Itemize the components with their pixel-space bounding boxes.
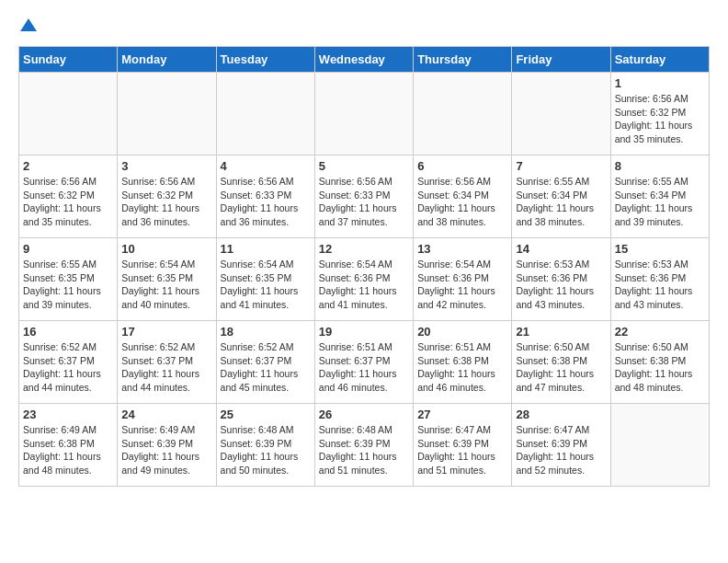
day-info: Sunrise: 6:56 AM Sunset: 6:34 PM Dayligh… — [417, 175, 507, 229]
day-info: Sunrise: 6:51 AM Sunset: 6:38 PM Dayligh… — [417, 340, 507, 395]
day-number: 5 — [319, 159, 409, 173]
calendar-week-row: 16Sunrise: 6:52 AM Sunset: 6:37 PM Dayli… — [19, 321, 710, 404]
day-number: 27 — [417, 408, 507, 421]
calendar-week-row: 2Sunrise: 6:56 AM Sunset: 6:32 PM Daylig… — [19, 155, 710, 238]
day-number: 26 — [319, 408, 409, 421]
day-number: 17 — [121, 325, 211, 339]
day-number: 3 — [121, 159, 211, 173]
calendar-day-cell: 15Sunrise: 6:53 AM Sunset: 6:36 PM Dayli… — [610, 238, 709, 321]
day-number: 20 — [417, 325, 507, 339]
day-number: 2 — [23, 159, 113, 173]
day-info: Sunrise: 6:54 AM Sunset: 6:36 PM Dayligh… — [417, 258, 507, 312]
calendar-day-cell — [216, 73, 314, 155]
day-info: Sunrise: 6:53 AM Sunset: 6:36 PM Dayligh… — [516, 258, 606, 312]
day-info: Sunrise: 6:48 AM Sunset: 6:39 PM Dayligh… — [221, 423, 311, 477]
day-number: 6 — [417, 159, 507, 173]
logo-icon — [20, 17, 37, 33]
calendar-week-row: 23Sunrise: 6:49 AM Sunset: 6:38 PM Dayli… — [19, 404, 710, 487]
calendar-day-cell: 23Sunrise: 6:49 AM Sunset: 6:38 PM Dayli… — [19, 404, 118, 487]
day-info: Sunrise: 6:51 AM Sunset: 6:37 PM Dayligh… — [319, 340, 409, 395]
day-number: 16 — [23, 325, 113, 339]
calendar-day-cell: 27Sunrise: 6:47 AM Sunset: 6:39 PM Dayli… — [414, 404, 512, 487]
calendar-day-cell — [610, 404, 709, 487]
day-info: Sunrise: 6:52 AM Sunset: 6:37 PM Dayligh… — [121, 340, 211, 395]
calendar-day-cell: 26Sunrise: 6:48 AM Sunset: 6:39 PM Dayli… — [314, 404, 413, 487]
day-of-week-header: Tuesday — [216, 47, 314, 73]
calendar-day-cell: 6Sunrise: 6:56 AM Sunset: 6:34 PM Daylig… — [414, 155, 512, 238]
day-of-week-header: Monday — [118, 47, 216, 73]
day-of-week-header: Wednesday — [314, 47, 413, 73]
calendar-day-cell: 22Sunrise: 6:50 AM Sunset: 6:38 PM Dayli… — [610, 321, 709, 404]
day-number: 10 — [121, 242, 211, 256]
calendar-day-cell: 16Sunrise: 6:52 AM Sunset: 6:37 PM Dayli… — [19, 321, 118, 404]
day-info: Sunrise: 6:55 AM Sunset: 6:34 PM Dayligh… — [516, 175, 606, 229]
calendar-day-cell: 18Sunrise: 6:52 AM Sunset: 6:37 PM Dayli… — [216, 321, 314, 404]
day-info: Sunrise: 6:47 AM Sunset: 6:39 PM Dayligh… — [516, 423, 606, 477]
day-of-week-header: Sunday — [19, 47, 118, 73]
day-number: 18 — [221, 325, 311, 339]
calendar-day-cell — [19, 73, 118, 155]
calendar-week-row: 1Sunrise: 6:56 AM Sunset: 6:32 PM Daylig… — [19, 73, 710, 155]
day-info: Sunrise: 6:49 AM Sunset: 6:39 PM Dayligh… — [121, 423, 211, 477]
day-info: Sunrise: 6:56 AM Sunset: 6:33 PM Dayligh… — [221, 175, 311, 229]
calendar-day-cell: 2Sunrise: 6:56 AM Sunset: 6:32 PM Daylig… — [19, 155, 118, 238]
day-number: 23 — [23, 408, 113, 421]
day-info: Sunrise: 6:54 AM Sunset: 6:35 PM Dayligh… — [221, 258, 311, 312]
day-info: Sunrise: 6:54 AM Sunset: 6:36 PM Dayligh… — [319, 258, 409, 312]
page-header — [18, 18, 710, 31]
calendar-day-cell: 4Sunrise: 6:56 AM Sunset: 6:33 PM Daylig… — [216, 155, 314, 238]
day-of-week-header: Thursday — [414, 47, 512, 73]
day-number: 25 — [221, 408, 311, 421]
calendar-day-cell: 10Sunrise: 6:54 AM Sunset: 6:35 PM Dayli… — [118, 238, 216, 321]
calendar-day-cell: 28Sunrise: 6:47 AM Sunset: 6:39 PM Dayli… — [512, 404, 610, 487]
calendar-day-cell: 3Sunrise: 6:56 AM Sunset: 6:32 PM Daylig… — [118, 155, 216, 238]
calendar-table: SundayMondayTuesdayWednesdayThursdayFrid… — [18, 46, 710, 487]
calendar-day-cell: 25Sunrise: 6:48 AM Sunset: 6:39 PM Dayli… — [216, 404, 314, 487]
day-info: Sunrise: 6:52 AM Sunset: 6:37 PM Dayligh… — [23, 340, 113, 395]
day-number: 7 — [516, 159, 606, 173]
calendar-day-cell: 11Sunrise: 6:54 AM Sunset: 6:35 PM Dayli… — [216, 238, 314, 321]
day-info: Sunrise: 6:55 AM Sunset: 6:34 PM Dayligh… — [615, 175, 705, 229]
day-info: Sunrise: 6:52 AM Sunset: 6:37 PM Dayligh… — [221, 340, 311, 395]
calendar-day-cell: 12Sunrise: 6:54 AM Sunset: 6:36 PM Dayli… — [314, 238, 413, 321]
calendar-day-cell: 8Sunrise: 6:55 AM Sunset: 6:34 PM Daylig… — [610, 155, 709, 238]
day-number: 11 — [221, 242, 311, 256]
day-number: 12 — [319, 242, 409, 256]
day-info: Sunrise: 6:50 AM Sunset: 6:38 PM Dayligh… — [615, 340, 705, 395]
day-number: 9 — [23, 242, 113, 256]
day-info: Sunrise: 6:56 AM Sunset: 6:32 PM Dayligh… — [615, 92, 705, 146]
calendar-day-cell: 24Sunrise: 6:49 AM Sunset: 6:39 PM Dayli… — [118, 404, 216, 487]
day-info: Sunrise: 6:55 AM Sunset: 6:35 PM Dayligh… — [23, 258, 113, 312]
calendar-day-cell: 13Sunrise: 6:54 AM Sunset: 6:36 PM Dayli… — [414, 238, 512, 321]
day-of-week-header: Friday — [512, 47, 610, 73]
day-info: Sunrise: 6:56 AM Sunset: 6:32 PM Dayligh… — [121, 175, 211, 229]
calendar-week-row: 9Sunrise: 6:55 AM Sunset: 6:35 PM Daylig… — [19, 238, 710, 321]
calendar-day-cell: 19Sunrise: 6:51 AM Sunset: 6:37 PM Dayli… — [314, 321, 413, 404]
day-number: 4 — [221, 159, 311, 173]
day-info: Sunrise: 6:48 AM Sunset: 6:39 PM Dayligh… — [319, 423, 409, 477]
day-of-week-header: Saturday — [610, 47, 709, 73]
calendar-day-cell — [118, 73, 216, 155]
day-number: 8 — [615, 159, 705, 173]
day-info: Sunrise: 6:47 AM Sunset: 6:39 PM Dayligh… — [417, 423, 507, 477]
day-info: Sunrise: 6:56 AM Sunset: 6:32 PM Dayligh… — [23, 175, 113, 229]
day-info: Sunrise: 6:49 AM Sunset: 6:38 PM Dayligh… — [23, 423, 113, 477]
calendar-day-cell — [512, 73, 610, 155]
day-info: Sunrise: 6:50 AM Sunset: 6:38 PM Dayligh… — [516, 340, 606, 395]
day-number: 15 — [615, 242, 705, 256]
calendar-day-cell: 14Sunrise: 6:53 AM Sunset: 6:36 PM Dayli… — [512, 238, 610, 321]
day-info: Sunrise: 6:56 AM Sunset: 6:33 PM Dayligh… — [319, 175, 409, 229]
calendar-day-cell: 20Sunrise: 6:51 AM Sunset: 6:38 PM Dayli… — [414, 321, 512, 404]
svg-marker-0 — [20, 18, 37, 31]
day-number: 1 — [615, 76, 705, 90]
calendar-day-cell: 21Sunrise: 6:50 AM Sunset: 6:38 PM Dayli… — [512, 321, 610, 404]
day-number: 13 — [417, 242, 507, 256]
day-number: 22 — [615, 325, 705, 339]
day-info: Sunrise: 6:54 AM Sunset: 6:35 PM Dayligh… — [121, 258, 211, 312]
day-number: 21 — [516, 325, 606, 339]
logo — [18, 18, 37, 31]
day-number: 14 — [516, 242, 606, 256]
calendar-day-cell: 1Sunrise: 6:56 AM Sunset: 6:32 PM Daylig… — [610, 73, 709, 155]
day-info: Sunrise: 6:53 AM Sunset: 6:36 PM Dayligh… — [615, 258, 705, 312]
day-number: 24 — [121, 408, 211, 421]
